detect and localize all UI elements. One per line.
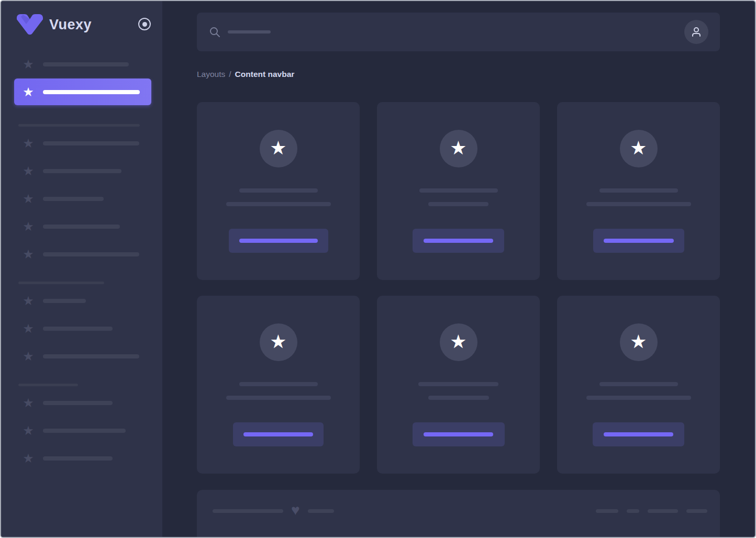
- sidebar-menu-item[interactable]: ★: [1, 190, 162, 207]
- card-line-2: [428, 202, 488, 206]
- card-line-2: [586, 396, 691, 400]
- sidebar: Vuexy ★ ★ ★ ★ ★ ★ ★ ★ ★ ★ ★ ★ ★: [1, 1, 162, 537]
- breadcrumb-separator: /: [229, 70, 231, 79]
- card-line-1: [418, 382, 498, 386]
- star-icon: ★: [22, 58, 35, 71]
- search-input[interactable]: [209, 26, 684, 38]
- sidebar-menu-item[interactable]: ★: [1, 218, 162, 235]
- cards-grid: ★ ★ ★ ★ ★: [197, 102, 720, 474]
- card-line-1: [599, 382, 678, 386]
- card-line-2: [428, 396, 489, 400]
- sidebar-menu-item-active[interactable]: ★: [14, 79, 151, 105]
- card-avatar-circle: ★: [440, 130, 477, 167]
- sidebar-menu-item[interactable]: ★: [1, 135, 162, 152]
- card-button[interactable]: [593, 229, 684, 253]
- star-icon: ★: [22, 248, 35, 261]
- star-icon: ★: [630, 139, 647, 158]
- star-icon: ★: [22, 193, 35, 205]
- card-line-1: [239, 382, 318, 386]
- footer-placeholder-bar: [627, 509, 639, 513]
- sidebar-menu-item[interactable]: ★: [1, 348, 162, 365]
- card-line-2: [226, 396, 331, 400]
- sidebar-menu-item[interactable]: ★: [1, 293, 162, 309]
- star-icon: ★: [22, 350, 35, 363]
- footer-placeholder-bar: [308, 509, 334, 513]
- star-icon: ★: [22, 220, 35, 233]
- placeholder-card: ★: [197, 296, 360, 474]
- card-button[interactable]: [229, 229, 328, 253]
- heart-icon: ♥: [291, 503, 300, 518]
- menu-item-placeholder-bar: [43, 252, 139, 256]
- placeholder-card: ★: [377, 102, 540, 280]
- card-button-label-bar: [604, 432, 673, 436]
- card-line-2: [586, 202, 691, 206]
- sidebar-section-header-bar: [18, 384, 78, 386]
- menu-item-placeholder-bar: [43, 141, 139, 145]
- footer-placeholder-bar: [596, 509, 618, 513]
- sidebar-menu-item[interactable]: ★: [1, 450, 162, 467]
- card-button-label-bar: [239, 239, 318, 243]
- sidebar-menu-item[interactable]: ★: [1, 422, 162, 439]
- main-area: Layouts / Content navbar ★ ★ ★: [162, 1, 755, 537]
- top-navbar: [197, 13, 720, 51]
- sidebar-section-header-bar: [18, 282, 104, 284]
- card-button[interactable]: [233, 422, 324, 446]
- card-avatar-circle: ★: [440, 323, 477, 361]
- placeholder-card: ★: [557, 296, 720, 474]
- menu-item-placeholder-bar: [43, 197, 104, 201]
- card-button[interactable]: [413, 229, 504, 253]
- brand-name: Vuexy: [49, 17, 92, 33]
- card-button[interactable]: [593, 422, 684, 446]
- star-icon: ★: [630, 332, 647, 351]
- footer-right-group: [596, 509, 707, 513]
- star-icon: ★: [22, 137, 35, 150]
- sidebar-menu: ★ ★ ★ ★ ★ ★ ★ ★ ★ ★ ★ ★ ★: [1, 47, 162, 467]
- brand-row: Vuexy: [1, 1, 162, 47]
- user-icon: [690, 26, 703, 38]
- menu-item-placeholder-bar: [43, 62, 129, 66]
- vuexy-logo-icon: [16, 14, 44, 35]
- menu-item-placeholder-bar: [43, 354, 139, 358]
- menu-item-placeholder-bar: [43, 225, 120, 229]
- menu-item-placeholder-bar: [43, 456, 113, 461]
- star-icon: ★: [450, 139, 466, 158]
- card-button-label-bar: [424, 239, 493, 243]
- footer-placeholder-bar: [213, 509, 283, 513]
- footer-card: ♥: [197, 490, 720, 537]
- star-icon: ★: [22, 397, 35, 409]
- sidebar-menu-item[interactable]: ★: [1, 395, 162, 411]
- placeholder-card: ★: [197, 102, 360, 280]
- sidebar-menu-item[interactable]: ★: [1, 246, 162, 263]
- card-button-label-bar: [243, 432, 313, 436]
- card-avatar-circle: ★: [260, 323, 297, 361]
- star-icon: ★: [22, 295, 35, 307]
- sidebar-pin-toggle-icon[interactable]: [138, 18, 151, 30]
- breadcrumb-link-layouts[interactable]: Layouts: [197, 70, 225, 79]
- search-placeholder-bar: [228, 30, 271, 33]
- pin-dot: [142, 22, 147, 27]
- star-icon: ★: [22, 322, 35, 335]
- placeholder-card: ★: [377, 296, 540, 474]
- app-window: Vuexy ★ ★ ★ ★ ★ ★ ★ ★ ★ ★ ★ ★ ★: [0, 0, 756, 538]
- card-button-label-bar: [604, 239, 674, 243]
- menu-item-placeholder-bar: [43, 327, 113, 331]
- star-icon: ★: [450, 332, 466, 351]
- card-button[interactable]: [413, 422, 505, 446]
- placeholder-card: ★: [557, 102, 720, 280]
- menu-item-placeholder-bar: [43, 90, 140, 94]
- star-icon: ★: [22, 452, 35, 465]
- search-icon: [209, 26, 220, 38]
- card-line-2: [226, 202, 331, 206]
- card-line-1: [599, 188, 678, 193]
- card-line-1: [419, 188, 498, 193]
- sidebar-menu-item[interactable]: ★: [1, 56, 162, 73]
- sidebar-menu-item[interactable]: ★: [1, 163, 162, 180]
- star-icon: ★: [270, 139, 286, 158]
- footer-placeholder-bar: [648, 509, 678, 513]
- menu-item-placeholder-bar: [43, 429, 126, 433]
- sidebar-menu-item[interactable]: ★: [1, 320, 162, 337]
- breadcrumb-current-page: Content navbar: [235, 70, 295, 79]
- star-icon: ★: [22, 86, 35, 98]
- footer-left-group: ♥: [213, 504, 334, 518]
- user-avatar-button[interactable]: [684, 20, 708, 44]
